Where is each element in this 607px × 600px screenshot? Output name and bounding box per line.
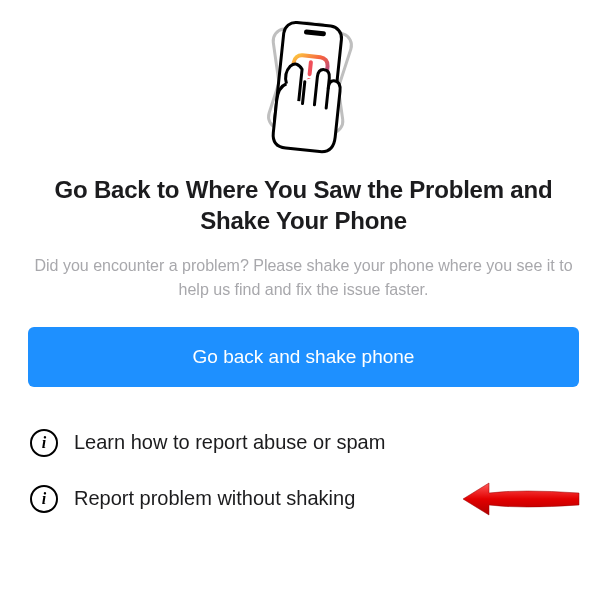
- svg-line-5: [309, 62, 310, 74]
- learn-abuse-spam-option[interactable]: i Learn how to report abuse or spam: [28, 415, 579, 471]
- phone-shake-report-icon: [239, 16, 369, 156]
- page-title: Go Back to Where You Saw the Problem and…: [28, 174, 579, 236]
- red-arrow-annotation: [461, 479, 581, 519]
- option-label: Report problem without shaking: [74, 487, 355, 510]
- page-description: Did you encounter a problem? Please shak…: [28, 254, 579, 300]
- option-label: Learn how to report abuse or spam: [74, 431, 385, 454]
- info-icon: i: [30, 429, 58, 457]
- report-without-shaking-option[interactable]: i Report problem without shaking: [28, 471, 579, 527]
- go-back-shake-button[interactable]: Go back and shake phone: [28, 327, 579, 387]
- info-icon: i: [30, 485, 58, 513]
